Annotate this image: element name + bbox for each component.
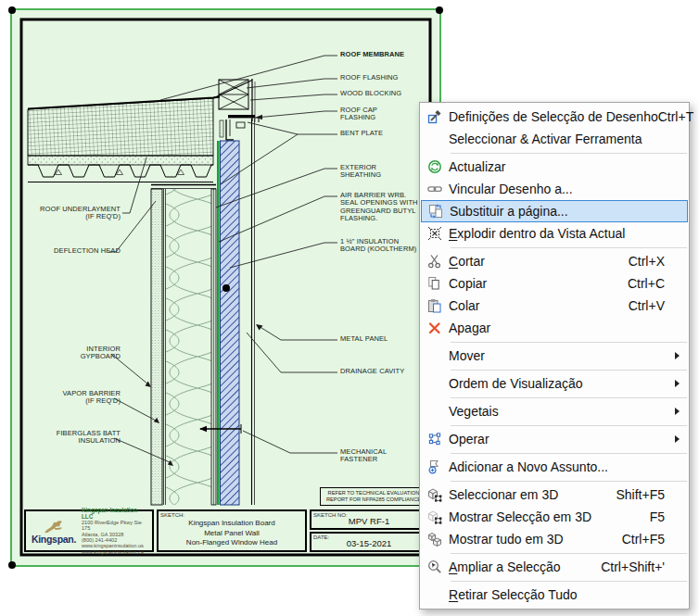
company-name: Kingspan Insulation LLC: [82, 507, 150, 520]
menu-item-shortcut: Ctrl+X: [629, 254, 665, 269]
kingspan-lion-logo-icon: [42, 517, 66, 534]
selection-handle-center[interactable]: [222, 284, 230, 292]
menu-item-mostrar-selec-o-em-3d[interactable]: Mostrar Selecção em 3DF5: [420, 506, 689, 528]
menu-item-label: Mover: [449, 348, 485, 363]
paste-icon: [420, 298, 449, 313]
menu-item-adicionar-a-novo-assunto[interactable]: Adicionar a Novo Assunto...: [420, 456, 689, 478]
delete-icon: [420, 321, 449, 335]
menu-item-shortcut: Shift+F5: [616, 487, 665, 502]
menu-item-apagar[interactable]: Apagar: [420, 317, 689, 339]
menu-item-label: Ampliar a Selecção: [449, 559, 561, 574]
selection-handle-bottom-left[interactable]: [8, 561, 16, 569]
menu-item-mostrar-tudo-em-3d[interactable]: Mostrar tudo em 3DCtrl+F5: [420, 528, 689, 550]
menu-item-label: Actualizar: [449, 159, 505, 174]
menu-item-label: Vincular Desenho a...: [449, 182, 573, 196]
menu-item-label: Explodir dentro da Vista Actual: [449, 226, 625, 241]
menu-item-seleccionar-em-3d[interactable]: Seleccionar em 3DShift+F5: [420, 484, 689, 506]
show-all-3d-icon: [420, 532, 449, 547]
add-subject-icon: [420, 459, 449, 474]
menu-item-shortcut: Ctrl+F5: [622, 532, 665, 547]
copy-icon: [420, 276, 449, 291]
menu-item-shortcut: F5: [650, 509, 665, 524]
menu-item-substituir-a-p-gina[interactable]: Substituir a página...: [421, 200, 688, 222]
submenu-arrow-icon: [675, 435, 680, 443]
drawing-label-2: WOOD BLOCKING: [340, 90, 435, 97]
company-web-us: www.kingspaninsulation.us: [82, 543, 150, 548]
menu-item-operar[interactable]: Operar: [420, 428, 689, 450]
menu-item-label: Mostrar tudo em 3D: [449, 532, 564, 547]
menu-item-ampliar-a-selec-o[interactable]: Ampliar a SelecçãoCtrl+Shift+': [420, 556, 689, 578]
title-block-sketch-cell: SKETCH: Kingspan Insulation Board Metal …: [157, 509, 307, 552]
kingspan-wordmark: Kingspan.: [32, 534, 76, 545]
company-address1: 2100 RiverEdge Pkwy Ste 175: [82, 520, 150, 532]
refresh-icon: [420, 159, 449, 174]
menu-item-vincular-desenho-a[interactable]: Vincular Desenho a...: [420, 178, 689, 200]
selection-handle-top-right[interactable]: [436, 6, 443, 14]
title-block-sketch-no-cell: SKETCH NO: MPV RF-1: [310, 509, 428, 530]
selection-handle-top-left[interactable]: [8, 6, 16, 14]
menu-item-label: Adicionar a Novo Assunto...: [449, 459, 608, 474]
menu-item-shortcut: Ctrl+C: [628, 276, 665, 291]
menu-item-ordem-de-visualiza-o[interactable]: Ordem de Visualização: [420, 372, 689, 395]
menu-item-label: Colar: [449, 298, 479, 313]
drawing-label-12: DEFLECTION HEAD: [28, 247, 121, 255]
menu-item-shortcut: Ctrl+V: [629, 298, 665, 313]
drawing-settings-icon: [420, 109, 449, 124]
company-web-ca: www.kingspaninsulation.ca: [82, 549, 150, 555]
menu-item-vegetais[interactable]: Vegetais: [420, 400, 689, 422]
drawing-label-15: FIBERGLASS BATT INSULATION: [28, 430, 121, 446]
menu-item-label: Cortar: [449, 254, 485, 269]
date-label: DATE:: [313, 534, 329, 540]
submenu-arrow-icon: [675, 380, 680, 387]
menu-item-label: Copiar: [449, 276, 487, 291]
nfpa-note: REFER TO TECHNICAL EVALUATION REPORT FOR…: [320, 487, 427, 506]
menu-item-explodir-dentro-da-vista-actual[interactable]: Explodir dentro da Vista Actual: [420, 222, 689, 245]
menu-item-label: Seleccionar & Activar Ferramenta: [449, 132, 642, 146]
drawing-label-14: VAPOR BARRIER (IF REQ'D): [28, 390, 121, 406]
menu-item-label: Apagar: [449, 321, 490, 335]
drawing-label-0: ROOF MEMBRANE: [340, 51, 435, 58]
explode-icon: [420, 226, 449, 241]
menu-item-label: Substituir a página...: [450, 204, 568, 219]
cut-icon: [420, 254, 449, 269]
drawing-label-11: ROOF UNDERLAYMENT (IF REQ'D): [28, 206, 121, 221]
title-block-date-cell: DATE: 03-15-2021: [310, 532, 428, 552]
selected-drawing[interactable]: ROOF MEMBRANEROOF FLASHINGWOOD BLOCKINGR…: [12, 10, 439, 565]
select-3d-icon: [420, 487, 449, 502]
leader-lines: [108, 56, 337, 462]
menu-item-cortar[interactable]: CortarCtrl+X: [420, 250, 689, 272]
menu-item-actualizar[interactable]: Actualizar: [420, 156, 689, 178]
menu-item-label: Operar: [449, 432, 489, 446]
menu-item-retirar-selec-o-tudo[interactable]: Retirar Selecção Tudo: [420, 584, 689, 606]
submenu-arrow-icon: [675, 408, 680, 415]
menu-item-label: Retirar Selecção Tudo: [449, 587, 578, 602]
operate-icon: [420, 432, 449, 446]
show-selection-3d-icon: [420, 509, 449, 524]
replace-page-icon: [421, 204, 450, 219]
context-menu: Definições de Selecção de DesenhoCtrl+TS…: [419, 102, 690, 610]
title-block: Kingspan. Kingspan Insulation LLC 2100 R…: [24, 509, 428, 552]
drawing-label-13: INTERIOR GYPBOARD: [28, 346, 121, 361]
menu-item-defini-es-de-selec-o-de-desenho[interactable]: Definições de Selecção de DesenhoCtrl+T: [420, 106, 689, 128]
sketch-label: SKETCH:: [160, 512, 184, 518]
zoom-selection-icon: [420, 559, 449, 574]
menu-item-label: Vegetais: [449, 404, 499, 419]
menu-item-seleccionar-activar-ferramenta[interactable]: Seleccionar & Activar Ferramenta: [420, 128, 689, 150]
menu-item-mover[interactable]: Mover: [420, 345, 689, 367]
menu-item-shortcut: Ctrl+Shift+': [601, 559, 665, 574]
menu-item-label: Seleccionar em 3D: [449, 487, 558, 502]
submenu-arrow-icon: [675, 352, 680, 359]
application-canvas: ROOF MEMBRANEROOF FLASHINGWOOD BLOCKINGR…: [0, 0, 699, 616]
leader-arrowheads: [146, 115, 263, 466]
menu-item-label: Mostrar Selecção em 3D: [449, 509, 591, 524]
drawing-label-1: ROOF FLASHING: [340, 74, 435, 82]
menu-item-shortcut: Ctrl+T: [658, 109, 694, 124]
title-block-company-cell: Kingspan. Kingspan Insulation LLC 2100 R…: [24, 509, 154, 552]
sketch-no-label: SKETCH NO:: [313, 512, 348, 518]
menu-item-colar[interactable]: ColarCtrl+V: [420, 295, 689, 317]
menu-item-copiar[interactable]: CopiarCtrl+C: [420, 272, 689, 295]
link-icon: [420, 182, 449, 196]
menu-item-label: Definições de Selecção de Desenho: [449, 109, 658, 124]
menu-item-label: Ordem de Visualização: [449, 376, 582, 391]
